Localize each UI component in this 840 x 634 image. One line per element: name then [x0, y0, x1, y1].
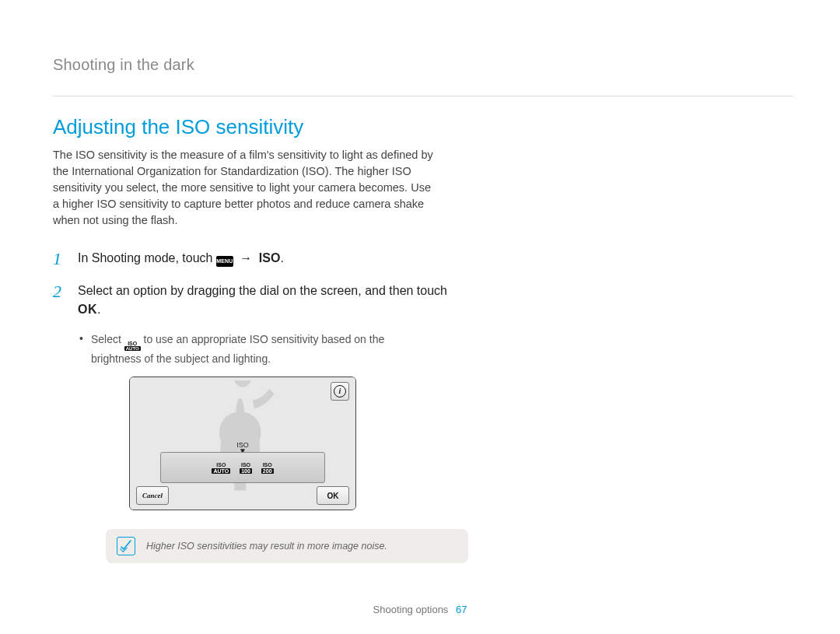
iso-dial[interactable]: ISO AUTO ISO 100 ISO 200	[160, 452, 325, 483]
iso-option-100[interactable]: ISO 100	[240, 462, 252, 474]
ok-button[interactable]: OK	[317, 486, 349, 505]
note-text: Higher ISO sensitivities may result in m…	[146, 541, 387, 552]
sub-pre: Select	[91, 333, 124, 345]
step-number: 1	[53, 249, 67, 269]
divider	[53, 96, 793, 96]
manual-page: Shooting in the dark Adjusting the ISO s…	[0, 0, 840, 634]
iso-tick-bot: 200	[261, 468, 274, 474]
camera-screen-bg: ISO ▼▼ ISO AUTO ISO 100 ISO 200	[130, 377, 355, 510]
step-2-line: Select an option by dragging the dial on…	[78, 284, 447, 297]
iso-tick-bot: AUTO	[212, 468, 230, 474]
sub-bullet-text: Select ISO AUTO to use an appropriate IS…	[91, 331, 437, 367]
intro-paragraph: The ISO sensitivity is the measure of a …	[53, 147, 434, 229]
note-icon	[117, 537, 135, 555]
cancel-button[interactable]: Cancel	[136, 486, 169, 505]
note-callout: Higher ISO sensitivities may result in m…	[106, 529, 468, 563]
bullet-dot: •	[79, 331, 83, 367]
iso-inline-top: ISO	[128, 341, 137, 346]
step-text: Select an option by dragging the dial on…	[78, 282, 457, 319]
step-2-tail: .	[97, 303, 100, 316]
ok-inline-icon: OK	[78, 303, 97, 316]
step-1: 1 In Shooting mode, touch MENU → ISO.	[53, 249, 457, 269]
iso-auto-icon: ISO AUTO	[124, 334, 141, 351]
footer-page-number: 67	[456, 604, 467, 615]
arrow-icon: →	[240, 251, 252, 264]
step-text: In Shooting mode, touch MENU → ISO.	[78, 249, 457, 268]
page-footer: Shooting options 67	[0, 604, 840, 615]
page-title: Adjusting the ISO sensitivity	[53, 115, 793, 139]
iso-tick-top: ISO	[216, 462, 226, 468]
breadcrumb: Shooting in the dark	[53, 56, 793, 74]
step-2: 2 Select an option by dragging the dial …	[53, 282, 457, 319]
camera-screen-illustration: ISO ▼▼ ISO AUTO ISO 100 ISO 200	[129, 377, 356, 510]
iso-option-200[interactable]: ISO 200	[261, 462, 274, 474]
iso-tick-bot: 100	[240, 468, 252, 474]
info-icon: i	[334, 385, 346, 398]
step-1-iso-label: ISO	[259, 251, 281, 264]
footer-section: Shooting options	[373, 604, 449, 615]
iso-inline-bot: AUTO	[124, 346, 141, 351]
step-1-tail: .	[280, 251, 283, 264]
iso-option-auto[interactable]: ISO AUTO	[212, 462, 230, 474]
iso-tick-top: ISO	[263, 462, 272, 468]
step-1-pre: In Shooting mode, touch	[78, 251, 216, 264]
step-number: 2	[53, 282, 67, 302]
iso-tick-top: ISO	[241, 462, 250, 468]
info-button[interactable]: i	[331, 382, 349, 401]
menu-icon: MENU	[216, 256, 233, 267]
sub-bullet: • Select ISO AUTO to use an appropriate …	[79, 331, 437, 367]
steps-list: 1 In Shooting mode, touch MENU → ISO. 2 …	[53, 249, 457, 563]
